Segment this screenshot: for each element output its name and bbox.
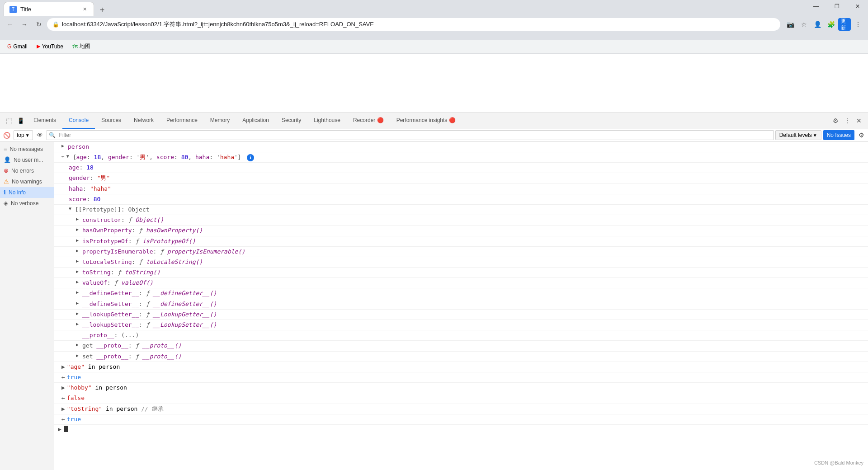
- update-button[interactable]: 更新: [838, 18, 851, 31]
- tab-recorder[interactable]: Recorder 🔴: [347, 113, 390, 129]
- expand-setproto-arrow[interactable]: [76, 352, 80, 359]
- bookmark-maps[interactable]: 🗺 地图: [69, 41, 94, 52]
- get-proto-text: get __proto__: ƒ __proto__(): [82, 342, 181, 350]
- tab-performance-insights[interactable]: Performance insights 🔴: [390, 113, 462, 129]
- messages-icon: ≡: [4, 146, 7, 152]
- sidebar-no-messages[interactable]: ≡ No messages: [0, 144, 54, 155]
- tab-console[interactable]: Console: [62, 113, 95, 129]
- console-settings-button[interactable]: ⚙: [856, 130, 866, 140]
- tab-favicon: T: [9, 6, 17, 13]
- eye-button[interactable]: 👁: [35, 130, 45, 140]
- tab-sources[interactable]: Sources: [95, 113, 127, 129]
- filter-icon: 🔍: [49, 132, 56, 138]
- constructor-text: constructor: ƒ Object(): [82, 216, 164, 224]
- error-icon: ⊗: [4, 167, 9, 174]
- gmail-icon: G: [7, 43, 11, 50]
- tab-elements[interactable]: Elements: [27, 113, 62, 129]
- clear-console-button[interactable]: 🚫: [2, 130, 12, 140]
- person-header-text: person: [68, 143, 89, 151]
- bookmark-gmail[interactable]: G Gmail: [4, 42, 31, 52]
- expand-proto-arrow[interactable]: [69, 206, 73, 212]
- expand-hasown-arrow[interactable]: [76, 226, 80, 233]
- console-entry-constructor: constructor: ƒ Object(): [54, 215, 868, 226]
- expand-lookupsetter-arrow[interactable]: [76, 321, 80, 327]
- user-icon: 👤: [4, 156, 11, 163]
- object-info-icon[interactable]: ℹ: [247, 154, 254, 161]
- expand-valueof-arrow[interactable]: [76, 279, 80, 285]
- expand-lookupgetter-arrow[interactable]: [76, 310, 80, 317]
- bookmark-button[interactable]: ☆: [797, 18, 810, 31]
- bookmark-youtube[interactable]: ▶ YouTube: [33, 42, 67, 52]
- console-entry-valueof: valueOf: ƒ valueOf(): [54, 278, 868, 288]
- console-entry-true-1: ← true: [54, 372, 868, 383]
- sidebar-no-verbose[interactable]: ◈ No verbose: [0, 198, 54, 209]
- address-input[interactable]: 🔒 localhost:63342/JavaScript/lesson02/1.…: [47, 18, 780, 31]
- default-levels-button[interactable]: Default levels ▼: [775, 130, 821, 140]
- tab-performance[interactable]: Performance: [160, 113, 204, 129]
- expand-tolocale-arrow[interactable]: [76, 258, 80, 264]
- context-label: top: [17, 132, 24, 138]
- hobby-in-chevron: ▶: [61, 384, 65, 392]
- context-selector[interactable]: top ▼: [14, 130, 33, 140]
- expand-object-arrow[interactable]: [66, 153, 71, 160]
- bookmarks-bar: G Gmail ▶ YouTube 🗺 地图: [0, 40, 868, 54]
- menu-button[interactable]: ⋮: [852, 18, 864, 31]
- sidebar-no-errors[interactable]: ⊗ No errors: [0, 165, 54, 176]
- new-tab-button[interactable]: +: [96, 4, 108, 16]
- minimize-button[interactable]: —: [806, 0, 826, 13]
- tab-memory[interactable]: Memory: [204, 113, 236, 129]
- console-entry-proto-plain: __proto__: (...): [54, 330, 868, 341]
- filter-input[interactable]: [57, 131, 771, 140]
- sidebar-no-user[interactable]: 👤 No user m...: [0, 155, 54, 165]
- tab-close-button[interactable]: ✕: [81, 6, 88, 13]
- expand-propenum-arrow[interactable]: [76, 248, 80, 254]
- console-cursor: [64, 426, 68, 432]
- bookmark-gmail-label: Gmail: [13, 43, 27, 50]
- console-entry-lookupgetter: __lookupGetter__: ƒ __LookupGetter__(): [54, 310, 868, 320]
- expand-constructor-arrow[interactable]: [76, 216, 80, 222]
- sidebar-verbose-label: No verbose: [11, 200, 38, 207]
- devtools-settings-button[interactable]: ⚙: [830, 115, 841, 126]
- devtools-inspect-button[interactable]: ⬚: [4, 115, 14, 126]
- console-entry-definesetter: __defineSetter__: ƒ __defineSetter__(): [54, 299, 868, 310]
- expand-definegetter-arrow[interactable]: [76, 289, 80, 296]
- restore-button[interactable]: ❐: [826, 0, 847, 13]
- lookupsetter-text: __lookupSetter__: ƒ __LookupSetter__(): [82, 321, 217, 329]
- forward-button[interactable]: →: [18, 18, 31, 31]
- console-entry-tolocalestring: toLocaleString: ƒ toLocaleString(): [54, 257, 868, 268]
- close-window-button[interactable]: ✕: [847, 0, 868, 13]
- result-arrow-left: ←: [61, 153, 65, 160]
- sidebar-no-info[interactable]: ℹ No info: [0, 187, 54, 198]
- security-icon: 🔒: [52, 21, 59, 28]
- devtools-close-button[interactable]: ✕: [854, 115, 864, 126]
- expand-isprototype-arrow[interactable]: [76, 237, 80, 244]
- expand-person-arrow[interactable]: [61, 143, 66, 149]
- profile-button[interactable]: 👤: [811, 18, 824, 31]
- expand-definesetter-arrow[interactable]: [76, 300, 80, 306]
- console-entry-age-in: ▶ "age" in person: [54, 362, 868, 372]
- sidebar-no-warnings[interactable]: ⚠ No warnings: [0, 176, 54, 187]
- reload-button[interactable]: ↻: [33, 18, 45, 31]
- tab-security[interactable]: Security: [275, 113, 307, 129]
- devtools-tabs: Elements Console Sources Network Perform…: [27, 113, 462, 129]
- console-entry-gender: gender: "男": [54, 173, 868, 183]
- url-text: localhost:63342/JavaScript/lesson02/1.字符…: [62, 20, 374, 28]
- expand-tostring-arrow[interactable]: [76, 268, 80, 275]
- browser-chrome: T Title ✕ + — ❐ ✕ ← → ↻ 🔒 localhost:6334…: [0, 0, 868, 40]
- context-arrow: ▼: [25, 133, 30, 138]
- default-levels-label: Default levels: [779, 132, 812, 138]
- no-issues-badge: No Issues: [823, 130, 854, 140]
- devtools-more-button[interactable]: ⋮: [842, 115, 853, 126]
- back-button[interactable]: ←: [4, 18, 16, 31]
- extensions-button[interactable]: 🧩: [825, 18, 837, 31]
- set-proto-text: set __proto__: ƒ __proto__(): [82, 352, 181, 361]
- tab-network[interactable]: Network: [127, 113, 160, 129]
- browser-tab[interactable]: T Title ✕: [4, 2, 94, 16]
- expand-getproto-arrow[interactable]: [76, 342, 80, 348]
- tab-lighthouse[interactable]: Lighthouse: [307, 113, 347, 129]
- console-entry-tostring: toString: ƒ toString(): [54, 268, 868, 278]
- console-entry-tostring-in: ▶ "toString" in person // 继承: [54, 404, 868, 414]
- tab-application[interactable]: Application: [236, 113, 275, 129]
- devtools-device-button[interactable]: 📱: [15, 115, 26, 126]
- screenshot-button[interactable]: 📷: [784, 18, 797, 31]
